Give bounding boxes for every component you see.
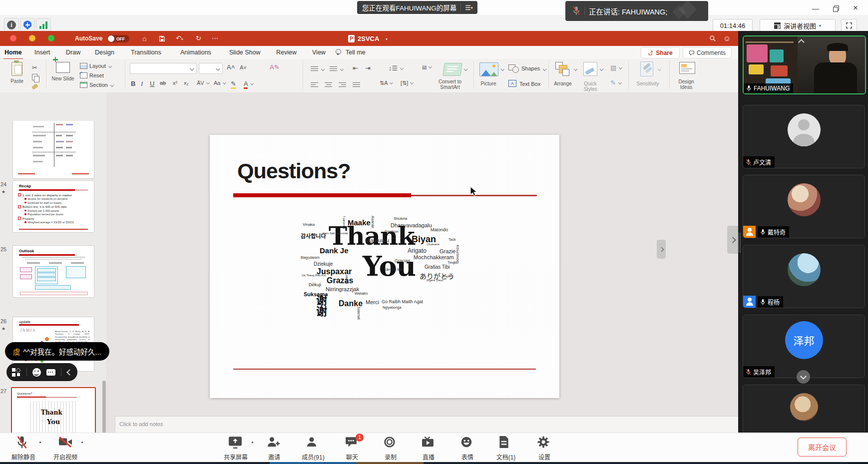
close-button[interactable]: ×	[848, 2, 863, 14]
picture-chevron[interactable]	[501, 67, 505, 71]
quick-styles-label[interactable]: Quick Styles	[577, 81, 603, 92]
font-name-select[interactable]	[130, 63, 197, 74]
collapse-bar-icon[interactable]	[66, 369, 73, 376]
align-center-button[interactable]	[325, 81, 332, 88]
font-color-button[interactable]: A	[244, 80, 254, 87]
slide-thumbnail-23[interactable]	[12, 121, 94, 179]
tab-view[interactable]: View	[311, 46, 327, 58]
section-button[interactable]: Section	[80, 82, 114, 88]
save-icon[interactable]	[159, 35, 165, 42]
undo-icon[interactable]: ↶▾	[176, 34, 183, 42]
meeting-info-button[interactable]: i	[4, 18, 19, 32]
justify-button[interactable]	[353, 81, 360, 88]
video-tile-吴泽邦[interactable]: 泽邦吴泽邦	[743, 315, 865, 378]
tab-review[interactable]: Review	[275, 46, 298, 58]
restore-button[interactable]	[828, 2, 843, 14]
mac-minimize-button[interactable]	[29, 35, 35, 41]
arrange-chevron[interactable]	[574, 67, 578, 71]
subscript-button[interactable]: x₂	[184, 80, 189, 86]
paste-button[interactable]: Paste	[6, 62, 28, 84]
video-tile-speaker[interactable]: FAHUIWANG	[743, 35, 866, 94]
caret-icon[interactable]: ▲	[251, 440, 254, 444]
quick-styles-chevron[interactable]	[600, 67, 604, 71]
font-size-select[interactable]	[199, 63, 223, 74]
bullets-chevron[interactable]	[321, 67, 325, 71]
copy-icon[interactable]	[32, 74, 37, 80]
slide-thumbnail-24[interactable]: Recap 1 coin 2 sides on disparity in mar…	[12, 180, 94, 233]
toolbar-video-off-button[interactable]: ▲开启视频	[46, 435, 85, 461]
format-painter-icon[interactable]	[31, 83, 38, 90]
cut-icon[interactable]: ✂	[32, 64, 37, 71]
strikethrough-button[interactable]: ab	[160, 80, 166, 86]
apps-icon[interactable]	[12, 368, 20, 377]
arrange-icon[interactable]	[555, 62, 570, 76]
title-chevron-icon[interactable]: ▾	[386, 37, 388, 41]
shape-outline-icon[interactable]: ✎	[610, 79, 622, 86]
decrease-font-icon[interactable]: A˅	[240, 64, 247, 70]
video-tile-程杨[interactable]: 程杨	[743, 245, 865, 308]
align-right-button[interactable]	[339, 81, 346, 88]
search-icon[interactable]	[709, 35, 716, 42]
shapes-chevron[interactable]	[543, 67, 547, 71]
change-case-button[interactable]: Aa	[214, 80, 227, 86]
video-tile-卢文清[interactable]: 卢文清	[743, 105, 865, 168]
share-button[interactable]: Share	[641, 47, 680, 58]
home-icon[interactable]: ⌂	[142, 34, 146, 42]
shapes-label[interactable]: Shapes	[521, 65, 540, 71]
superscript-button[interactable]: x²	[173, 80, 177, 86]
decrease-indent-icon[interactable]: ⇤	[353, 64, 358, 72]
quick-styles-icon[interactable]	[583, 62, 597, 76]
sensitivity-icon[interactable]	[640, 61, 653, 76]
redo-icon[interactable]: ↻	[196, 34, 201, 42]
tab-tell-me[interactable]: Tell me	[345, 46, 367, 58]
tab-design[interactable]: Design	[94, 46, 115, 58]
network-button[interactable]	[36, 18, 51, 32]
emoji-reaction-icon[interactable]	[32, 368, 41, 377]
bold-button[interactable]: B	[131, 80, 135, 87]
highlight-button[interactable]: ✎	[231, 80, 236, 87]
chat-message-popup[interactable]: 虞 ^^对我在。好感动好久...	[5, 342, 109, 361]
mac-close-button[interactable]	[10, 35, 16, 41]
toolbar-settings-button[interactable]: 设置	[525, 435, 564, 461]
bullets-button[interactable]	[311, 65, 318, 72]
smartart-chevron[interactable]	[464, 67, 468, 71]
slide-canvas[interactable]: Questions? ThankYouVinaka감사합니다Kam Sah Ha…	[210, 135, 559, 398]
character-spacing-button[interactable]: ÄV	[197, 80, 210, 86]
leave-meeting-button[interactable]: 离开会议	[798, 438, 847, 457]
increase-font-icon[interactable]: A˄	[227, 63, 235, 71]
slide-thumbnail-25[interactable]: Outlook	[12, 245, 94, 298]
tab-draw[interactable]: Draw	[65, 46, 81, 58]
smartart-icon[interactable]	[442, 63, 462, 76]
toolbar-mic-muted-button[interactable]: ▲解除静音	[4, 435, 43, 461]
sensitivity-label[interactable]: Sensitivity	[632, 81, 663, 86]
tab-transitions[interactable]: Transitions	[130, 46, 162, 58]
caret-icon[interactable]: ▲	[38, 440, 42, 444]
caret-icon[interactable]: ▲	[80, 440, 84, 444]
text-direction-button[interactable]: ⇅A	[380, 80, 394, 86]
banner-menu-icon[interactable]: ☰▾	[465, 4, 472, 11]
video-tile-戴特奇[interactable]: 戴特奇	[743, 175, 865, 238]
video-tile-partial[interactable]	[743, 385, 865, 434]
columns-button[interactable]: ▤	[422, 64, 433, 70]
mac-zoom-button[interactable]	[48, 35, 54, 41]
text-box-label[interactable]: Text Box	[519, 81, 540, 87]
picture-label[interactable]: Picture	[475, 81, 501, 86]
reset-button[interactable]: ↶ Reset	[80, 72, 104, 78]
text-box-icon[interactable]: A	[508, 80, 516, 87]
layout-button[interactable]: Layout	[80, 63, 112, 69]
picture-icon[interactable]	[479, 62, 498, 76]
design-ideas-icon[interactable]	[679, 62, 695, 74]
new-slide-button[interactable]: New Slide	[51, 62, 75, 81]
autosave-toggle[interactable]: OFF	[107, 35, 129, 42]
italic-button[interactable]: I	[141, 80, 143, 88]
security-button[interactable]	[20, 18, 35, 32]
side-chevron-tab[interactable]	[657, 240, 666, 259]
scroll-down-button[interactable]	[797, 370, 810, 384]
toolbar-emoji-button[interactable]: 表情	[448, 435, 487, 461]
toolbar-live-button[interactable]: 直播	[409, 435, 448, 461]
tab-home[interactable]: Home	[3, 46, 23, 60]
notes-pane[interactable]: Click to add notes	[115, 416, 739, 433]
toolbar-doc-button[interactable]: 文档(1)	[486, 435, 525, 461]
align-left-button[interactable]	[311, 81, 318, 88]
video-panel-collapse-handle[interactable]	[727, 226, 738, 254]
